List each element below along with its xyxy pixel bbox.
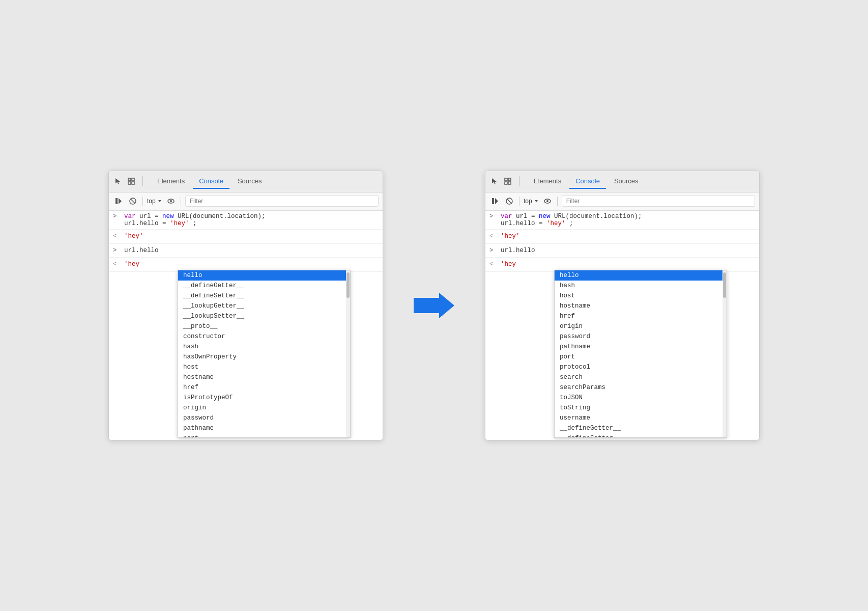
right-output-arrow-2: < <box>489 260 497 269</box>
right-ac-item-toJSON[interactable]: toJSON <box>555 393 727 403</box>
right-ac-item-hash[interactable]: hash <box>555 281 727 291</box>
right-tab-icons <box>489 176 519 186</box>
right-input-arrow-1: > <box>489 213 497 220</box>
right-eye-btn[interactable] <box>542 196 553 207</box>
right-inspect-icon[interactable] <box>503 176 513 186</box>
right-output-arrow-1: < <box>489 232 497 241</box>
right-cursor-icon[interactable] <box>489 176 500 186</box>
svg-marker-5 <box>119 198 122 204</box>
right-ac-item-defineGetter[interactable]: __defineGetter__ <box>555 423 727 433</box>
right-block-btn[interactable] <box>504 196 515 207</box>
left-ac-item-defineGetter[interactable]: __defineGetter__ <box>178 281 350 291</box>
svg-line-7 <box>131 199 135 204</box>
left-ac-item-lookupSetter[interactable]: __lookupSetter__ <box>178 311 350 321</box>
left-input-arrow-1: > <box>113 213 120 220</box>
left-autocomplete-scrollbar-thumb <box>346 272 350 298</box>
left-ac-item-hello[interactable]: hello <box>178 270 350 281</box>
left-output-arrow-1: < <box>113 232 120 241</box>
left-tab-elements[interactable]: Elements <box>151 174 191 189</box>
right-code-1: var url = new URL(document.location); <box>501 213 642 220</box>
left-ac-item-origin[interactable]: origin <box>178 403 350 413</box>
left-ac-item-password[interactable]: password <box>178 413 350 423</box>
left-ac-item-isPrototypeOf[interactable]: isPrototypeOf <box>178 393 350 403</box>
right-ac-item-pathname[interactable]: pathname <box>555 342 727 352</box>
main-container: Elements Console Sources top <box>108 171 760 440</box>
right-ac-item-href[interactable]: href <box>555 311 727 321</box>
right-ac-item-toString[interactable]: toString <box>555 403 727 413</box>
right-code-1b: url.hello = 'hey' ; <box>501 220 573 227</box>
left-ac-item-defineSetter[interactable]: __defineSetter__ <box>178 291 350 301</box>
left-console-line-1: > var url = new URL(document.location); … <box>109 211 383 230</box>
left-output-arrow-2: < <box>113 260 120 269</box>
direction-arrow <box>414 290 454 321</box>
left-ac-item-href[interactable]: href <box>178 382 350 393</box>
right-tab-elements[interactable]: Elements <box>528 174 567 189</box>
left-input-arrow-2: > <box>113 246 120 255</box>
right-toolbar: top <box>485 192 759 211</box>
right-tab-console[interactable]: Console <box>569 174 606 189</box>
left-ac-item-hostname[interactable]: hostname <box>178 372 350 382</box>
left-ac-item-hasOwnProperty[interactable]: hasOwnProperty <box>178 352 350 362</box>
left-console-content: > var url = new URL(document.location); … <box>109 211 383 440</box>
right-output-value-2: 'hey <box>501 260 516 269</box>
left-autocomplete-scrollbar <box>346 270 350 437</box>
svg-rect-2 <box>128 182 131 184</box>
right-toolbar-divider <box>519 197 519 206</box>
svg-marker-17 <box>495 198 498 204</box>
right-top-selector[interactable]: top <box>524 198 539 205</box>
right-toolbar-divider2 <box>557 197 558 206</box>
right-autocomplete-scrollbar-thumb <box>723 272 726 298</box>
left-inspect-icon[interactable] <box>126 176 136 186</box>
right-ac-item-port[interactable]: port <box>555 352 727 362</box>
left-toolbar: top <box>109 192 383 211</box>
left-eye-btn[interactable] <box>165 196 177 207</box>
left-console-line-3: > url.hello <box>109 244 383 258</box>
left-cursor-icon[interactable] <box>113 176 123 186</box>
left-autocomplete-popup[interactable]: hello __defineGetter__ __defineSetter__ … <box>178 270 351 438</box>
left-tab-bar: Elements Console Sources <box>109 171 383 192</box>
right-ac-item-defineSetter[interactable]: __defineSetter__ <box>555 433 727 438</box>
svg-marker-11 <box>414 293 454 318</box>
svg-rect-3 <box>132 182 134 184</box>
left-ac-item-constructor[interactable]: constructor <box>178 331 350 342</box>
left-ac-item-host[interactable]: host <box>178 362 350 372</box>
left-run-btn[interactable] <box>113 196 124 207</box>
left-tab-sources[interactable]: Sources <box>232 174 268 189</box>
right-ac-item-host[interactable]: host <box>555 291 727 301</box>
right-ac-item-protocol[interactable]: protocol <box>555 362 727 372</box>
left-ac-item-lookupGetter[interactable]: __lookupGetter__ <box>178 301 350 311</box>
left-top-selector[interactable]: top <box>147 198 162 205</box>
left-tab-icons <box>113 176 143 186</box>
left-console-output-1: < 'hey' <box>109 230 383 244</box>
left-tab-console[interactable]: Console <box>193 174 229 189</box>
right-ac-item-password[interactable]: password <box>555 331 727 342</box>
left-block-btn[interactable] <box>127 196 138 207</box>
left-filter-input[interactable] <box>185 196 379 207</box>
svg-rect-15 <box>508 182 511 184</box>
right-ac-item-searchParams[interactable]: searchParams <box>555 382 727 393</box>
left-ac-item-pathname[interactable]: pathname <box>178 423 350 433</box>
left-code-1b: url.hello = 'hey' ; <box>124 220 197 227</box>
svg-rect-1 <box>132 178 134 181</box>
right-devtools-panel: Elements Console Sources top <box>485 171 760 440</box>
right-console-line-3: > url.hello <box>485 244 759 258</box>
right-ac-item-username[interactable]: username <box>555 413 727 423</box>
right-console-content: > var url = new URL(document.location); … <box>485 211 759 440</box>
right-autocomplete-scrollbar <box>722 270 727 437</box>
right-ac-item-origin[interactable]: origin <box>555 321 727 331</box>
left-ac-item-proto[interactable]: __proto__ <box>178 321 350 331</box>
right-filter-input[interactable] <box>562 196 755 207</box>
right-ac-item-hostname[interactable]: hostname <box>555 301 727 311</box>
right-console-output-1: < 'hey' <box>485 230 759 244</box>
left-output-value-1: 'hey' <box>124 232 143 241</box>
right-run-btn[interactable] <box>489 196 501 207</box>
left-ac-item-hash[interactable]: hash <box>178 342 350 352</box>
right-ac-item-search[interactable]: search <box>555 372 727 382</box>
right-tab-sources[interactable]: Sources <box>608 174 645 189</box>
right-autocomplete-popup[interactable]: hello hash host hostname href origin pas… <box>554 270 727 438</box>
right-output-value-1: 'hey' <box>501 232 520 241</box>
left-ac-item-port[interactable]: port <box>178 433 350 438</box>
right-tab-bar: Elements Console Sources <box>485 171 759 192</box>
arrow-container <box>414 290 454 321</box>
right-ac-item-hello[interactable]: hello <box>555 270 727 281</box>
